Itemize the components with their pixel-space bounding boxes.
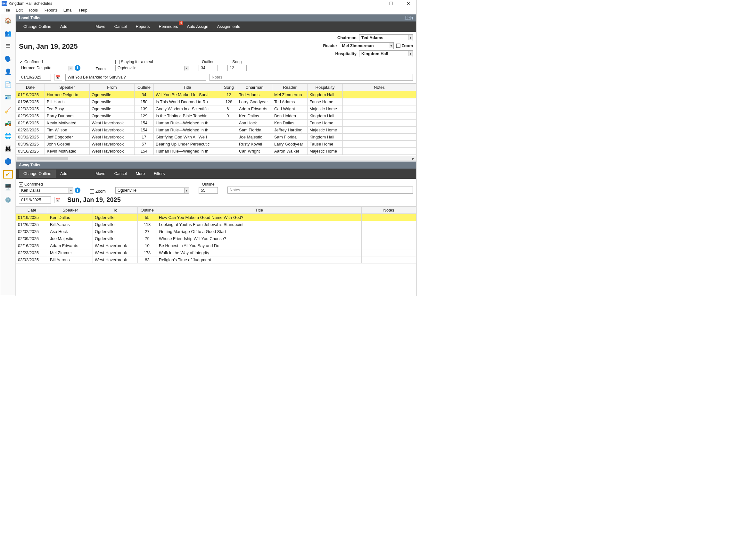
away-notes-field[interactable]: Notes [227, 187, 413, 194]
speaker-combo[interactable]: Horrace Delgotto▾ [19, 65, 73, 71]
table-row[interactable]: 03/02/2025Jeff DogooderWest Haverbrook17… [16, 134, 416, 141]
table-row[interactable]: 01/26/2025Bill AaronsOgdenville118Lookin… [16, 221, 416, 228]
acol-to[interactable]: To [93, 207, 138, 214]
col-notes[interactable]: Notes [343, 84, 416, 91]
away-confirmed-checkbox[interactable]: ✔Confirmed [19, 182, 81, 187]
menu-edit[interactable]: Edit [16, 8, 23, 13]
group-icon[interactable]: 👨‍👩‍👧 [3, 145, 13, 153]
table-row[interactable]: 02/02/2025Asa HockOgdenville27Getting Ma… [16, 228, 416, 235]
check-icon[interactable]: ✔ [3, 170, 13, 179]
help-link[interactable]: Help [404, 16, 413, 20]
away-to-combo[interactable]: Ogdenville▾ [115, 187, 189, 194]
calendar-icon[interactable]: 📅 [54, 197, 62, 203]
away-grid-body[interactable]: 01/19/2025Ken DallasOgdenville55How Can … [16, 214, 416, 264]
menu-tools[interactable]: Tools [29, 8, 38, 13]
away-cancel-button[interactable]: Cancel [110, 170, 131, 178]
away-more-button[interactable]: More [131, 170, 149, 178]
away-speaker-combo[interactable]: Ken Dallas▾ [19, 187, 73, 194]
move-button[interactable]: Move [91, 22, 110, 31]
table-row[interactable]: 02/09/2025Joe MajesticOgdenville79Whose … [16, 235, 416, 242]
title-field[interactable]: Will You Be Marked for Survival? [65, 74, 206, 81]
table-row[interactable]: 03/09/2025John GospelWest Haverbrook57Be… [16, 141, 416, 148]
home-icon[interactable]: 🏠 [3, 16, 13, 25]
settings-icon[interactable]: ⚙️ [3, 196, 13, 204]
col-date[interactable]: Date [16, 84, 45, 91]
list-icon[interactable]: ☰ [3, 42, 13, 50]
col-chairman[interactable]: Chairman [237, 84, 272, 91]
staying-checkbox[interactable]: Staying for a meal [115, 60, 189, 64]
acol-date[interactable]: Date [16, 207, 48, 214]
reminders-button[interactable]: Reminders 4 [154, 22, 182, 31]
monitors-icon[interactable]: 🖥️ [3, 183, 13, 191]
from-combo[interactable]: Ogdenville▾ [115, 65, 189, 71]
col-hospitality[interactable]: Hospitality [308, 84, 343, 91]
globe-icon[interactable]: 🌐 [3, 132, 13, 140]
menu-file[interactable]: File [4, 8, 10, 13]
scroll-thumb[interactable] [17, 157, 68, 160]
col-from[interactable]: From [90, 84, 134, 91]
menu-help[interactable]: Help [79, 8, 88, 13]
table-row[interactable]: 01/19/2025Horrace DelgottoOgdenville34Wi… [16, 91, 416, 98]
song-field[interactable]: 12 [227, 65, 247, 71]
mower-icon[interactable]: 🚜 [3, 119, 13, 127]
reader-combo[interactable]: Mel Zimmerman▾ [340, 42, 394, 49]
people-icon[interactable]: 👥 [3, 29, 13, 38]
chairman-combo[interactable]: Ted Adams▾ [359, 34, 413, 41]
calendar-icon[interactable]: 📅 [54, 74, 62, 80]
table-row[interactable]: 01/19/2025Ken DallasOgdenville55How Can … [16, 214, 416, 221]
zoom-checkbox[interactable]: Zoom [90, 67, 106, 71]
acol-outline[interactable]: Outline [138, 207, 157, 214]
local-grid-body[interactable]: 01/19/2025Horrace DelgottoOgdenville34Wi… [16, 91, 416, 155]
table-row[interactable]: 02/16/2025Kevin MotivatedWest Haverbrook… [16, 120, 416, 127]
cancel-button[interactable]: Cancel [110, 22, 131, 31]
reader-zoom-checkbox[interactable]: Zoom [396, 43, 413, 48]
cleaning-icon[interactable]: 🧹 [3, 106, 13, 114]
table-row[interactable]: 02/16/2025Adam EdwardsWest Haverbrook10B… [16, 242, 416, 250]
card-icon[interactable]: 🪪 [3, 93, 13, 102]
away-date-field[interactable]: 01/19/2025 [19, 197, 51, 204]
table-row[interactable]: 02/23/2025Tim WilsonWest Haverbrook154Hu… [16, 127, 416, 134]
table-row[interactable]: 03/02/2025Bill AaronsWest Haverbrook83Re… [16, 257, 416, 264]
outline-field[interactable]: 34 [199, 65, 218, 71]
col-outline[interactable]: Outline [134, 84, 154, 91]
hospitality-combo[interactable]: Kingdom Hall▾ [359, 50, 413, 57]
add-button[interactable]: Add [56, 22, 72, 31]
document-icon[interactable]: 📄 [3, 80, 13, 89]
menu-email[interactable]: Email [64, 8, 73, 13]
info-icon[interactable]: i [75, 65, 81, 71]
table-row[interactable]: 02/02/2025Ted BusyOgdenville139Godly Wis… [16, 106, 416, 113]
confirmed-checkbox[interactable]: ✔Confirmed [19, 60, 81, 64]
away-filters-button[interactable]: Filters [149, 170, 169, 178]
minimize-button[interactable]: — [368, 1, 380, 6]
notes-field[interactable]: Notes [209, 74, 413, 81]
auto-assign-button[interactable]: Auto Assign [183, 22, 213, 31]
assignments-button[interactable]: Assignments [213, 22, 245, 31]
table-row[interactable]: 03/16/2025Kevin MotivatedWest Haverbrook… [16, 148, 416, 155]
info-icon[interactable]: i [75, 188, 81, 193]
away-move-button[interactable]: Move [91, 170, 110, 178]
col-reader[interactable]: Reader [272, 84, 308, 91]
acol-speaker[interactable]: Speaker [48, 207, 93, 214]
col-song[interactable]: Song [221, 84, 237, 91]
away-zoom-checkbox[interactable]: Zoom [90, 189, 106, 194]
maximize-button[interactable]: ☐ [385, 1, 397, 6]
table-row[interactable]: 02/09/2025Barry DunnamOgdenville129Is th… [16, 113, 416, 120]
person-icon[interactable]: 👤 [3, 68, 13, 76]
close-button[interactable]: ✕ [402, 1, 415, 6]
sign-icon[interactable]: 🔵 [3, 157, 13, 166]
reports-button[interactable]: Reports [131, 22, 154, 31]
acol-title[interactable]: Title [157, 207, 362, 214]
away-outline-field[interactable]: 55 [199, 187, 218, 194]
col-speaker[interactable]: Speaker [45, 84, 90, 91]
menu-reports[interactable]: Reports [44, 8, 58, 13]
away-add-button[interactable]: Add [56, 170, 72, 178]
date-field[interactable]: 01/19/2025 [19, 74, 51, 81]
podium-icon[interactable]: 🗣️ [3, 55, 13, 63]
col-title[interactable]: Title [154, 84, 221, 91]
table-row[interactable]: 02/23/2025Mel ZimmerWest Haverbrook178Wa… [16, 250, 416, 257]
acol-notes[interactable]: Notes [362, 207, 416, 214]
scroll-right-icon[interactable]: ▶ [411, 156, 416, 161]
horizontal-scrollbar[interactable]: ◀ ▶ [16, 156, 416, 161]
change-outline-button[interactable]: Change Outline [19, 22, 56, 31]
table-row[interactable]: 01/26/2025Bill HarrisOgdenville150Is Thi… [16, 98, 416, 106]
